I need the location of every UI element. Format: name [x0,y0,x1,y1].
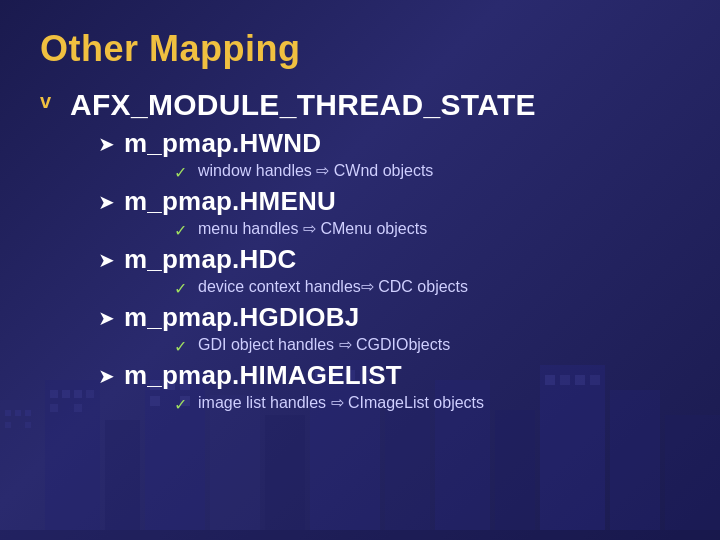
section-1: ➤m_pmap.HMENU✓menu handles ⇨ CMenu objec… [98,186,680,240]
svg-rect-37 [0,530,720,540]
section-title-3: m_pmap.HGDIOBJ [124,302,359,333]
section-2: ➤m_pmap.HDC✓device context handles⇨ CDC … [98,244,680,298]
detail-item-3: ✓GDI object handles ⇨ CGDIObjects [174,335,680,356]
main-item: v AFX_MODULE_THREAD_STATE [40,88,680,122]
section-label-row-2: ➤m_pmap.HDC [98,244,680,275]
section-detail-list-4: ✓image list handles ⇨ CImageList objects [174,393,680,414]
section-0: ➤m_pmap.HWND✓window handles ⇨ CWnd objec… [98,128,680,182]
section-title-2: m_pmap.HDC [124,244,296,275]
check-3: ✓ [174,337,190,356]
section-title-1: m_pmap.HMENU [124,186,336,217]
section-bullet-2: ➤ [98,248,116,272]
check-1: ✓ [174,221,190,240]
section-detail-list-2: ✓device context handles⇨ CDC objects [174,277,680,298]
check-4: ✓ [174,395,190,414]
detail-text-1: menu handles ⇨ CMenu objects [198,219,427,238]
detail-item-2: ✓device context handles⇨ CDC objects [174,277,680,298]
section-detail-list-1: ✓menu handles ⇨ CMenu objects [174,219,680,240]
section-bullet-1: ➤ [98,190,116,214]
check-2: ✓ [174,279,190,298]
section-title-0: m_pmap.HWND [124,128,321,159]
detail-text-4: image list handles ⇨ CImageList objects [198,393,484,412]
section-detail-list-3: ✓GDI object handles ⇨ CGDIObjects [174,335,680,356]
detail-item-1: ✓menu handles ⇨ CMenu objects [174,219,680,240]
detail-item-4: ✓image list handles ⇨ CImageList objects [174,393,680,414]
section-title-4: m_pmap.HIMAGELIST [124,360,402,391]
section-label-row-1: ➤m_pmap.HMENU [98,186,680,217]
section-label-row-0: ➤m_pmap.HWND [98,128,680,159]
detail-text-2: device context handles⇨ CDC objects [198,277,468,296]
detail-text-3: GDI object handles ⇨ CGDIObjects [198,335,450,354]
main-label: AFX_MODULE_THREAD_STATE [70,88,536,122]
detail-item-0: ✓window handles ⇨ CWnd objects [174,161,680,182]
detail-text-0: window handles ⇨ CWnd objects [198,161,433,180]
main-bullet: v [40,90,60,113]
section-bullet-4: ➤ [98,364,116,388]
slide-title: Other Mapping [40,28,680,70]
section-detail-list-0: ✓window handles ⇨ CWnd objects [174,161,680,182]
check-0: ✓ [174,163,190,182]
section-bullet-3: ➤ [98,306,116,330]
section-bullet-0: ➤ [98,132,116,156]
section-3: ➤m_pmap.HGDIOBJ✓GDI object handles ⇨ CGD… [98,302,680,356]
sections-list: ➤m_pmap.HWND✓window handles ⇨ CWnd objec… [40,128,680,414]
section-label-row-4: ➤m_pmap.HIMAGELIST [98,360,680,391]
section-label-row-3: ➤m_pmap.HGDIOBJ [98,302,680,333]
slide-content: Other Mapping v AFX_MODULE_THREAD_STATE … [0,0,720,438]
svg-rect-13 [105,420,140,540]
section-4: ➤m_pmap.HIMAGELIST✓image list handles ⇨ … [98,360,680,414]
